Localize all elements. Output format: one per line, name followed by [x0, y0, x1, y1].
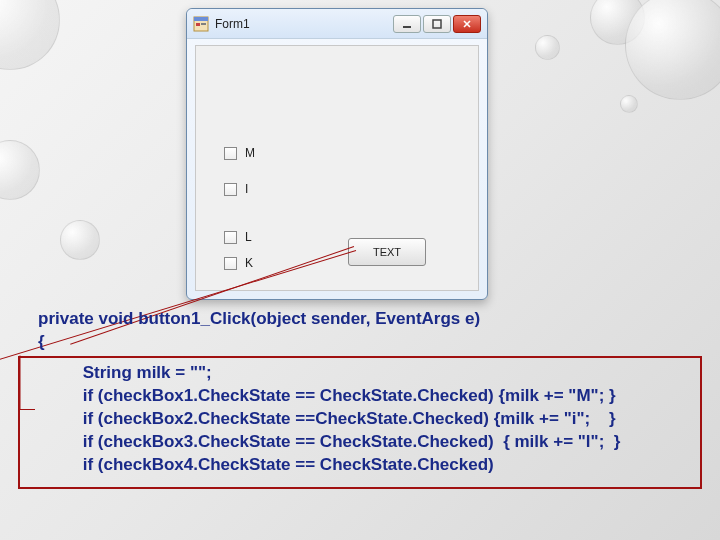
window-buttons [393, 15, 481, 33]
checkbox-m[interactable]: M [224, 146, 255, 160]
checkbox-label: K [245, 256, 253, 270]
maximize-button[interactable] [423, 15, 451, 33]
button-label: TEXT [373, 246, 401, 258]
window-title: Form1 [215, 17, 250, 31]
svg-rect-1 [194, 17, 208, 21]
code-line: private void button1_Click(object sender… [38, 309, 480, 328]
decorative-bubble [0, 140, 40, 200]
code-line: { [38, 332, 45, 351]
code-body-box: String milk = ""; if (checkBox1.CheckSta… [18, 356, 702, 489]
code-signature: private void button1_Click(object sender… [18, 308, 702, 354]
checkbox-box-icon[interactable] [224, 257, 237, 270]
checkbox-box-icon[interactable] [224, 231, 237, 244]
decorative-bubble [60, 220, 100, 260]
decorative-bubble [620, 95, 638, 113]
checkbox-label: I [245, 182, 248, 196]
checkbox-i[interactable]: I [224, 182, 248, 196]
text-button[interactable]: TEXT [348, 238, 426, 266]
titlebar[interactable]: Form1 [187, 9, 487, 39]
decorative-bubble [625, 0, 720, 100]
code-body: String milk = ""; if (checkBox1.CheckSta… [26, 363, 620, 474]
code-region: private void button1_Click(object sender… [18, 308, 702, 489]
checkbox-l[interactable]: L [224, 230, 252, 244]
form-icon [193, 16, 209, 32]
checkbox-box-icon[interactable] [224, 147, 237, 160]
close-button[interactable] [453, 15, 481, 33]
svg-rect-3 [201, 23, 206, 25]
minimize-button[interactable] [393, 15, 421, 33]
svg-rect-2 [196, 23, 200, 26]
checkbox-label: M [245, 146, 255, 160]
checkbox-label: L [245, 230, 252, 244]
svg-rect-4 [403, 26, 411, 28]
form-client-area: M I L K TEXT [195, 45, 479, 291]
svg-rect-5 [433, 20, 441, 28]
decorative-bubble [0, 0, 60, 70]
checkbox-box-icon[interactable] [224, 183, 237, 196]
checkbox-k[interactable]: K [224, 256, 253, 270]
decorative-bubble [535, 35, 560, 60]
